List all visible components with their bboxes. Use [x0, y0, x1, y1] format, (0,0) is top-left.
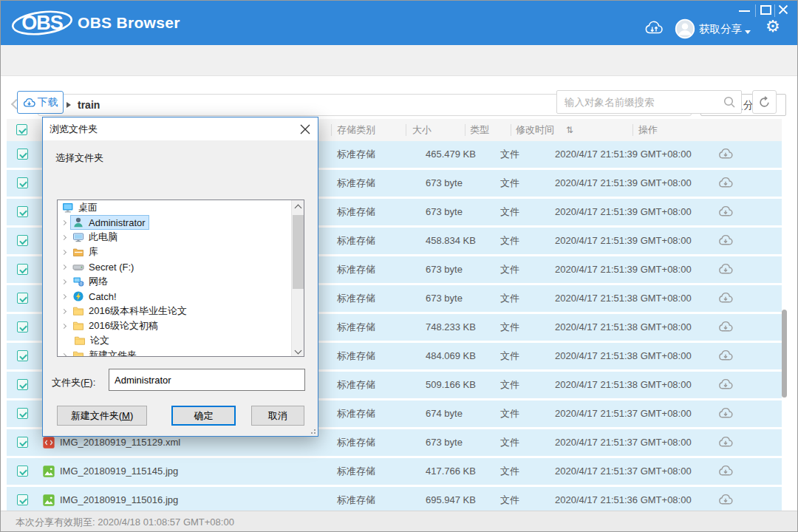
download-cloud-icon[interactable]: [718, 234, 733, 248]
download-cloud-icon[interactable]: [718, 321, 733, 334]
row-checkbox[interactable]: [17, 177, 28, 188]
expander-right-icon[interactable]: [61, 293, 66, 299]
download-cloud-icon[interactable]: [718, 494, 733, 507]
expander-right-icon[interactable]: [61, 264, 66, 269]
type-cell: 文件: [500, 372, 519, 398]
tree-item[interactable]: 网络: [58, 274, 304, 289]
app-title: OBS Browser: [78, 14, 180, 32]
tree-item[interactable]: Secret (F:): [58, 259, 304, 274]
type-cell: 文件: [500, 429, 519, 456]
dialog-titlebar[interactable]: 浏览文件夹: [43, 117, 318, 140]
download-cloud-icon[interactable]: [718, 349, 733, 363]
expander-right-icon[interactable]: [61, 219, 66, 225]
download-cloud-icon[interactable]: [718, 378, 733, 392]
expander-right-icon[interactable]: [61, 249, 66, 254]
tree-item[interactable]: Catch!: [58, 289, 304, 304]
tree-scrollbar[interactable]: [291, 200, 304, 356]
object-name: IMG_20180919_115145.jpg: [60, 458, 178, 485]
download-button[interactable]: 下载: [17, 91, 64, 114]
tree-item-label: 此电脑: [89, 231, 117, 244]
folder-name-input[interactable]: [109, 369, 305, 391]
user-avatar[interactable]: [675, 18, 695, 39]
modified-time-cell: 2020/4/17 21:51:39 GMT+08:00: [555, 170, 692, 197]
table-row[interactable]: IMG_20180919_115145.jpg 标准存储 417.766 KB …: [7, 458, 782, 485]
storage-class-cell: 标准存储: [337, 199, 375, 225]
download-cloud-icon[interactable]: [718, 436, 733, 449]
tree-item-label: 论文: [90, 334, 109, 347]
scroll-down-icon[interactable]: [295, 347, 302, 355]
modified-time-cell: 2020/4/17 21:51:37 GMT+08:00: [555, 429, 692, 456]
tree-item[interactable]: 2016级本科毕业生论文: [58, 304, 304, 318]
row-checkbox[interactable]: [17, 408, 28, 419]
cancel-button[interactable]: 取消: [251, 406, 304, 426]
tree-item-label: 网络: [89, 275, 108, 288]
row-checkbox[interactable]: [17, 321, 28, 332]
resize-grip[interactable]: [308, 426, 316, 434]
download-cloud-icon[interactable]: [718, 292, 733, 305]
tree-item-label: 2016级论文初稿: [89, 319, 158, 332]
row-checkbox[interactable]: [17, 379, 28, 390]
row-checkbox[interactable]: [17, 494, 28, 505]
download-button-label: 下载: [38, 96, 58, 109]
tree-item-label: 2016级本科毕业生论文: [89, 304, 187, 318]
new-folder-button[interactable]: 新建文件夹(M): [57, 406, 147, 426]
image-file-icon: [42, 494, 55, 507]
ok-button[interactable]: 确定: [171, 406, 236, 426]
gear-icon[interactable]: ⚙: [765, 18, 780, 35]
tree-item[interactable]: Administrator: [58, 215, 304, 230]
download-cloud-icon[interactable]: [718, 407, 733, 420]
modified-time-cell: 2020/4/17 21:51:39 GMT+08:00: [555, 141, 692, 168]
row-checkbox[interactable]: [17, 437, 28, 448]
row-checkbox[interactable]: [17, 350, 28, 361]
download-cloud-icon[interactable]: [718, 205, 733, 219]
sort-icon[interactable]: ⇅: [566, 119, 573, 141]
search-input[interactable]: [556, 90, 742, 114]
tree-item-label: Administrator: [89, 217, 146, 228]
get-share-menu[interactable]: 获取分享: [699, 22, 742, 36]
table-row[interactable]: IMG_20180919_115016.jpg 标准存储 695.947 KB …: [7, 487, 782, 514]
type-cell: 文件: [500, 199, 519, 225]
type-cell: 文件: [500, 487, 519, 514]
folder-icon: [72, 320, 84, 332]
expander-right-icon[interactable]: [61, 308, 66, 313]
size-cell: 673 byte: [426, 285, 463, 312]
close-button[interactable]: [777, 4, 789, 16]
row-checkbox[interactable]: [17, 293, 28, 304]
tree-item[interactable]: 库: [58, 245, 304, 259]
scroll-up-icon[interactable]: [295, 205, 302, 212]
tree-item[interactable]: 论文: [58, 333, 304, 348]
tree-item[interactable]: 新建文件夹: [58, 348, 304, 357]
expander-right-icon[interactable]: [61, 323, 66, 328]
row-checkbox[interactable]: [17, 206, 28, 217]
expander-right-icon[interactable]: [61, 234, 66, 239]
minimize-button[interactable]: [739, 10, 750, 12]
tree-item[interactable]: 桌面: [58, 200, 304, 215]
tree-item[interactable]: 2016级论文初稿: [58, 318, 304, 333]
header-size: 大小: [412, 119, 432, 141]
row-checkbox[interactable]: [17, 466, 28, 477]
type-cell: 文件: [500, 400, 519, 427]
size-cell: 465.479 KB: [426, 141, 476, 168]
row-checkbox[interactable]: [17, 264, 28, 275]
tree-item[interactable]: 此电脑: [58, 230, 304, 245]
row-checkbox[interactable]: [17, 235, 28, 246]
download-cloud-icon[interactable]: [718, 465, 733, 478]
expander-right-icon[interactable]: [61, 279, 66, 284]
dialog-close-icon[interactable]: [299, 123, 312, 136]
select-all-checkbox[interactable]: [16, 124, 27, 135]
download-cloud-icon[interactable]: [718, 263, 733, 276]
download-cloud-icon[interactable]: [718, 177, 733, 190]
browse-folder-dialog: 浏览文件夹 选择文件夹 桌面Administrator此电脑库Secret (F…: [42, 117, 318, 437]
refresh-button[interactable]: [752, 90, 777, 114]
search-icon[interactable]: [723, 95, 736, 109]
download-cloud-icon[interactable]: [718, 148, 733, 161]
tree-scrollbar-thumb[interactable]: [293, 215, 304, 289]
list-scrollbar-thumb[interactable]: [782, 310, 787, 398]
transfer-manager-icon[interactable]: [644, 21, 664, 35]
chevron-down-icon[interactable]: [745, 30, 751, 34]
expander-right-icon[interactable]: [61, 352, 66, 357]
dialog-subtitle: 选择文件夹: [55, 151, 103, 165]
maximize-button[interactable]: [760, 5, 771, 15]
row-checkbox[interactable]: [17, 149, 28, 160]
path-arrow-icon: [66, 102, 71, 108]
